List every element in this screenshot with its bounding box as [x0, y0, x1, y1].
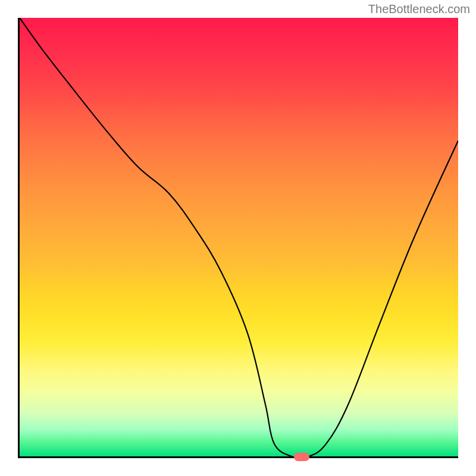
- chart-area: [18, 18, 458, 458]
- watermark-text: TheBottleneck.com: [368, 2, 470, 16]
- bottleneck-curve: [20, 18, 458, 456]
- minimum-marker: [294, 453, 309, 461]
- curve-layer: [20, 18, 458, 456]
